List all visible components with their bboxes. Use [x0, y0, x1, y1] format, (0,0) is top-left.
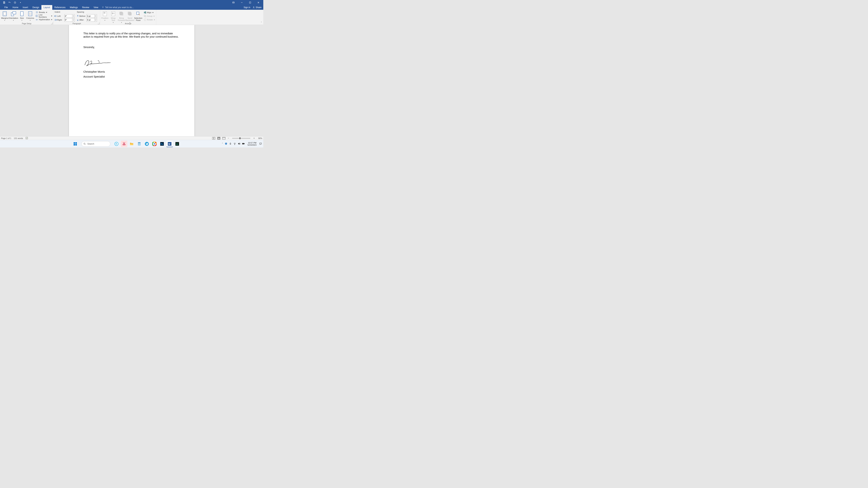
- ribbon-display-icon[interactable]: [232, 1, 235, 4]
- group-label-arrange: Arrange: [100, 23, 156, 25]
- indent-right-label: Right:: [57, 19, 64, 21]
- line-numbers-button[interactable]: Line Numbers▾: [35, 14, 53, 18]
- paragraph-launcher[interactable]: [98, 23, 99, 24]
- photoshop-icon[interactable]: Ps: [159, 141, 165, 147]
- share-button[interactable]: Share: [252, 6, 261, 9]
- orientation-button[interactable]: Orientation▾: [9, 10, 18, 22]
- security-icon[interactable]: [225, 142, 227, 145]
- page-indicator[interactable]: Page 1 of 1: [1, 137, 11, 139]
- redo-icon[interactable]: [13, 1, 17, 4]
- undo-icon[interactable]: [8, 1, 11, 4]
- closing-line[interactable]: Sincerely,: [83, 45, 180, 49]
- web-layout-icon[interactable]: [222, 137, 226, 140]
- spacing-after-input[interactable]: ▲▼: [87, 18, 97, 22]
- zoom-slider[interactable]: [232, 138, 250, 139]
- spin-down-icon[interactable]: ▼: [95, 16, 97, 18]
- svg-rect-31: [129, 13, 131, 15]
- tab-mailings[interactable]: Mailings: [68, 5, 80, 10]
- snipping-tool-icon[interactable]: [121, 141, 127, 147]
- spin-up-icon[interactable]: ▲: [72, 14, 74, 16]
- svg-rect-46: [73, 144, 75, 145]
- svg-rect-75: [243, 143, 244, 144]
- customize-qat-icon[interactable]: ▾: [19, 1, 22, 4]
- tab-home[interactable]: Home: [10, 5, 21, 10]
- spin-up-icon[interactable]: ▲: [72, 18, 74, 20]
- taskbar-search[interactable]: Search: [81, 141, 110, 147]
- volume-icon[interactable]: [238, 142, 240, 145]
- bring-forward-button[interactable]: Bring Forward▾: [118, 10, 125, 24]
- svg-rect-29: [120, 12, 122, 14]
- svg-point-9: [253, 7, 254, 7]
- title-bar: ▾: [0, 0, 263, 5]
- tell-me-search[interactable]: Tell me what you want to do...: [100, 5, 244, 10]
- wifi-icon[interactable]: [234, 142, 236, 145]
- ribbon-tabs: File Home Insert Design Layout Reference…: [0, 5, 263, 10]
- document-area[interactable]: This letter is simply to notify you of t…: [0, 25, 263, 136]
- notepad-icon[interactable]: [136, 141, 143, 147]
- tab-insert[interactable]: Insert: [21, 5, 30, 10]
- signature-name[interactable]: Christopher Morris: [83, 70, 180, 73]
- quick-access-toolbar: ▾: [1, 1, 22, 4]
- spin-down-icon[interactable]: ▼: [72, 16, 74, 18]
- tray-overflow-icon[interactable]: ˄: [222, 142, 223, 145]
- spin-down-icon[interactable]: ▼: [72, 20, 74, 22]
- position-button[interactable]: Position▾: [101, 10, 109, 22]
- save-icon[interactable]: [3, 1, 6, 4]
- tab-design[interactable]: Design: [30, 5, 41, 10]
- svg-rect-71: [230, 142, 231, 144]
- tab-layout[interactable]: Layout: [41, 5, 52, 10]
- document-page[interactable]: This letter is simply to notify you of t…: [69, 25, 194, 136]
- wrap-text-button[interactable]: Wrap Text▾: [109, 10, 117, 24]
- spin-up-icon[interactable]: ▲: [95, 14, 97, 16]
- hyphenation-button[interactable]: bc Hyphenation▾: [35, 18, 53, 21]
- svg-rect-54: [138, 142, 141, 143]
- breaks-button[interactable]: Breaks▾: [35, 10, 53, 14]
- word-count[interactable]: 131 words: [14, 137, 23, 139]
- window-controls: [232, 1, 262, 4]
- align-button[interactable]: Align▾: [144, 11, 155, 14]
- signature-title[interactable]: Account Specialist: [83, 75, 180, 78]
- battery-icon[interactable]: [242, 142, 245, 145]
- page-setup-launcher[interactable]: [51, 23, 53, 24]
- selection-pane-button[interactable]: Selection Pane: [134, 10, 142, 22]
- print-layout-icon[interactable]: [217, 137, 221, 140]
- indent-right-input[interactable]: ▲▼: [64, 18, 75, 22]
- columns-button[interactable]: Columns▾: [26, 10, 34, 22]
- close-icon[interactable]: [257, 1, 260, 4]
- spin-down-icon[interactable]: ▼: [95, 20, 97, 22]
- spin-up-icon[interactable]: ▲: [95, 18, 97, 20]
- body-paragraph[interactable]: This letter is simply to notify you of t…: [83, 32, 180, 38]
- sign-in-link[interactable]: Sign in: [244, 6, 250, 9]
- zoom-level[interactable]: 90%: [257, 137, 262, 139]
- collapse-ribbon-icon[interactable]: ˄: [261, 22, 262, 24]
- telegram-icon[interactable]: [144, 141, 150, 147]
- svg-rect-39: [214, 137, 215, 139]
- notifications-icon[interactable]: [259, 142, 262, 145]
- rotate-button[interactable]: Rotate▾: [144, 18, 155, 22]
- chrome-icon[interactable]: [151, 141, 158, 147]
- margins-button[interactable]: Margins▾: [1, 10, 9, 22]
- group-button[interactable]: Group▾: [144, 14, 155, 18]
- minimize-icon[interactable]: [240, 1, 243, 4]
- tab-review[interactable]: Review: [80, 5, 91, 10]
- spacing-before-input[interactable]: ▲▼: [87, 14, 97, 18]
- maximize-icon[interactable]: [248, 1, 252, 4]
- filmora-icon[interactable]: [174, 141, 181, 147]
- clock[interactable]: 10:57 PM 5/23/2023: [246, 142, 257, 146]
- indent-left-input[interactable]: ▲▼: [64, 14, 75, 18]
- word-icon[interactable]: W: [166, 141, 173, 147]
- size-button[interactable]: Size▾: [18, 10, 26, 22]
- tab-file[interactable]: File: [2, 5, 10, 10]
- file-explorer-icon[interactable]: [128, 141, 135, 147]
- zoom-in-icon[interactable]: +: [253, 137, 255, 139]
- read-mode-icon[interactable]: [212, 137, 216, 140]
- group-page-setup: Margins▾ Orientation▾ Size▾ Columns▾ Bre…: [0, 10, 54, 25]
- microphone-icon[interactable]: [229, 142, 231, 145]
- start-button[interactable]: [72, 141, 79, 147]
- zoom-out-icon[interactable]: −: [227, 137, 230, 139]
- tab-view[interactable]: View: [92, 5, 100, 10]
- tab-references[interactable]: References: [52, 5, 68, 10]
- spelling-icon[interactable]: [26, 137, 28, 140]
- bing-icon[interactable]: [113, 141, 120, 147]
- send-backward-button[interactable]: Send Backward▾: [126, 10, 134, 24]
